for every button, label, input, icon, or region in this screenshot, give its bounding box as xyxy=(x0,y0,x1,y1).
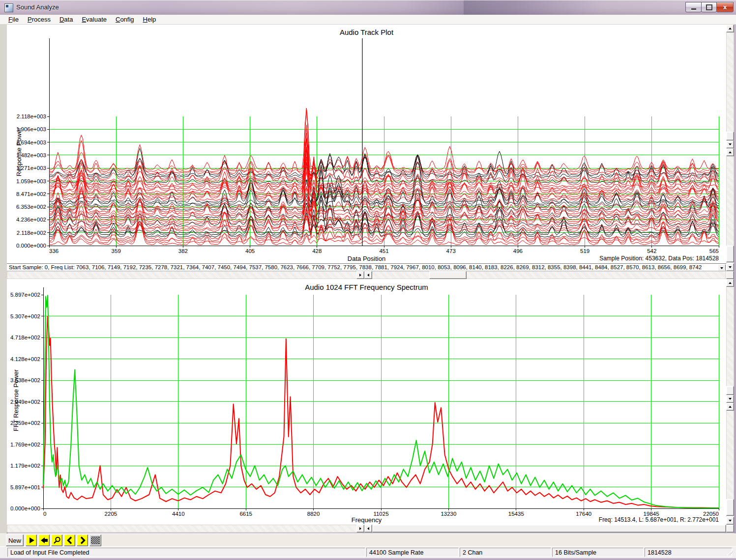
x-tick-label: 519 xyxy=(580,248,589,254)
fft-spectrum-pane: 0220544106615882011025132301543517640198… xyxy=(7,279,726,525)
close-button[interactable]: x xyxy=(716,2,734,12)
status-segment-3: 16 Bits/Sample xyxy=(552,548,644,557)
freq-list-text: Start Sample: 0, Freq List: 7063, 7106, … xyxy=(9,264,702,270)
app-icon xyxy=(4,3,13,12)
status-segment-4: 1814528 xyxy=(645,548,732,557)
fft-ylabel: FFT Response Power xyxy=(12,359,20,442)
x-tick-label: 382 xyxy=(178,248,188,254)
x-tick-label: 359 xyxy=(112,248,121,254)
arrow-right-icon xyxy=(359,527,361,530)
hscroll-left-2-track[interactable] xyxy=(7,525,364,532)
vertical-scrollbar-4-thumb[interactable] xyxy=(726,499,734,516)
new-button[interactable]: New xyxy=(6,534,24,546)
arrow-down-icon xyxy=(729,143,732,145)
x-tick-label: 451 xyxy=(379,248,388,254)
hscroll-right-2-left-button[interactable] xyxy=(364,525,372,532)
arrow-left-icon xyxy=(367,274,369,277)
y-tick-label: 4.718e+002 xyxy=(10,335,40,340)
vertical-scrollbar-1-track[interactable] xyxy=(726,25,734,148)
vertical-scrollbar-2-down-button[interactable] xyxy=(726,263,734,271)
hscroll-right-1-left-button[interactable] xyxy=(364,271,372,279)
maximize-icon xyxy=(706,4,712,10)
vertical-scrollbar-1-up-button[interactable] xyxy=(726,25,734,32)
title-bar[interactable]: Sound Analyze x xyxy=(0,0,736,15)
hscroll-right-1-thumb[interactable] xyxy=(429,271,467,279)
hscroll-left-2-right-button[interactable] xyxy=(356,525,364,532)
toolbar: New 10.2864 xyxy=(0,533,736,547)
vertical-scrollbar-1-down-button[interactable] xyxy=(726,140,734,148)
hscroll-left-1-track[interactable] xyxy=(7,271,364,279)
menu-item-evaluate[interactable]: Evaluate xyxy=(77,15,111,24)
y-tick-label: 4.236e+002 xyxy=(16,217,46,223)
close-icon: x xyxy=(723,4,727,10)
menu-item-help[interactable]: Help xyxy=(139,15,161,24)
menu-item-data[interactable]: Data xyxy=(55,15,77,24)
vertical-scrollbar-3-up-button[interactable] xyxy=(726,279,734,287)
y-tick-label: 2.118e+002 xyxy=(17,230,46,236)
fft-title: Audio 1024 FFT Frequency Spectrum xyxy=(7,283,726,291)
window-title: Sound Analyze xyxy=(16,3,59,11)
arrow-left-icon xyxy=(367,527,369,530)
arrow-down-icon xyxy=(729,398,732,400)
arrow-up-icon xyxy=(729,282,732,284)
play-button[interactable] xyxy=(26,534,37,546)
status-bar: Load of Input File Completed44100 Sample… xyxy=(0,546,736,558)
hscroll-right-2-thumb[interactable] xyxy=(372,525,726,532)
hscroll-left-1-right-button[interactable] xyxy=(356,271,364,279)
audio-track-plot-chart[interactable]: 3363593824054284514734965195425652.118e+… xyxy=(7,25,726,263)
status-segment-0: Load of Input File Completed xyxy=(7,548,365,557)
bottom-frame xyxy=(0,558,736,560)
arrow-up-icon xyxy=(729,406,732,408)
pattern-button[interactable] xyxy=(89,534,101,546)
arrow-down-icon xyxy=(729,266,732,268)
chevron-down-icon xyxy=(720,267,723,269)
vertical-scrollbar-2-up-button[interactable] xyxy=(726,148,734,156)
vertical-scrollbar-4-up-button[interactable] xyxy=(726,403,734,411)
x-tick-label: 336 xyxy=(49,248,59,254)
track-plot-pane: 3363593824054284514734965195425652.118e+… xyxy=(7,25,726,271)
next-button[interactable] xyxy=(77,534,88,546)
track-plot-title: Audio Track Plot xyxy=(7,28,726,36)
y-tick-label: 1.769e+002 xyxy=(10,442,40,448)
vertical-scrollbar-4-down-button[interactable] xyxy=(726,517,734,525)
x-tick-label: 565 xyxy=(709,248,719,254)
fft-spectrum-chart[interactable]: 0220544106615882011025132301543517640198… xyxy=(7,279,726,525)
menu-item-config[interactable]: Config xyxy=(111,15,139,24)
sample-position-readout: Sample Position: 453632, Data Pos: 18145… xyxy=(599,255,719,262)
x-tick-label: 496 xyxy=(513,248,523,254)
scroll-corner-2 xyxy=(726,525,734,532)
x-tick-label: 405 xyxy=(245,248,255,254)
app-window: Sound Analyze x FileProcessDataEvaluateC… xyxy=(0,0,736,560)
hscroll-right-1-track[interactable] xyxy=(364,271,726,279)
right-frame xyxy=(734,25,736,560)
menu-item-file[interactable]: File xyxy=(4,15,23,24)
minimize-icon xyxy=(691,8,696,10)
chevron-right-icon xyxy=(79,536,87,544)
minimize-button[interactable] xyxy=(685,2,702,12)
x-tick-label: 473 xyxy=(446,248,456,254)
y-tick-label: 5.897e+002 xyxy=(10,292,40,298)
previous-button[interactable] xyxy=(64,534,75,546)
arrow-up-icon xyxy=(729,151,732,153)
y-tick-label: 5.307e+002 xyxy=(10,313,40,319)
zoom-button[interactable] xyxy=(51,534,62,546)
arrow-down-icon xyxy=(729,520,732,522)
x-tick-label: 428 xyxy=(312,248,322,254)
vertical-scrollbar-1-thumb[interactable] xyxy=(726,132,734,140)
vertical-scrollbar-2-thumb[interactable] xyxy=(726,246,734,262)
maximize-button[interactable] xyxy=(701,2,717,12)
status-segment-1: 44100 Sample Rate xyxy=(366,548,459,557)
step-back-button[interactable] xyxy=(38,534,50,546)
menu-item-process[interactable]: Process xyxy=(23,15,55,24)
freq-list-dropdown-button[interactable] xyxy=(718,264,726,271)
vertical-scrollbar-3-down-button[interactable] xyxy=(726,395,734,403)
pattern-icon xyxy=(91,536,100,544)
y-tick-label: 0.000e+000 xyxy=(10,505,40,511)
vertical-scrollbar-3-thumb[interactable] xyxy=(726,386,734,395)
arrow-left-icon xyxy=(40,536,48,544)
y-tick-label: 0.000e+000 xyxy=(16,243,46,249)
freq-readout: Freq: 14513.4, L: 5.687e+001, R: 2.772e+… xyxy=(599,516,719,523)
vertical-scrollbar-3-track[interactable] xyxy=(726,279,734,403)
freq-list-field[interactable]: Start Sample: 0, Freq List: 7063, 7106, … xyxy=(7,263,726,271)
play-icon xyxy=(28,536,35,544)
